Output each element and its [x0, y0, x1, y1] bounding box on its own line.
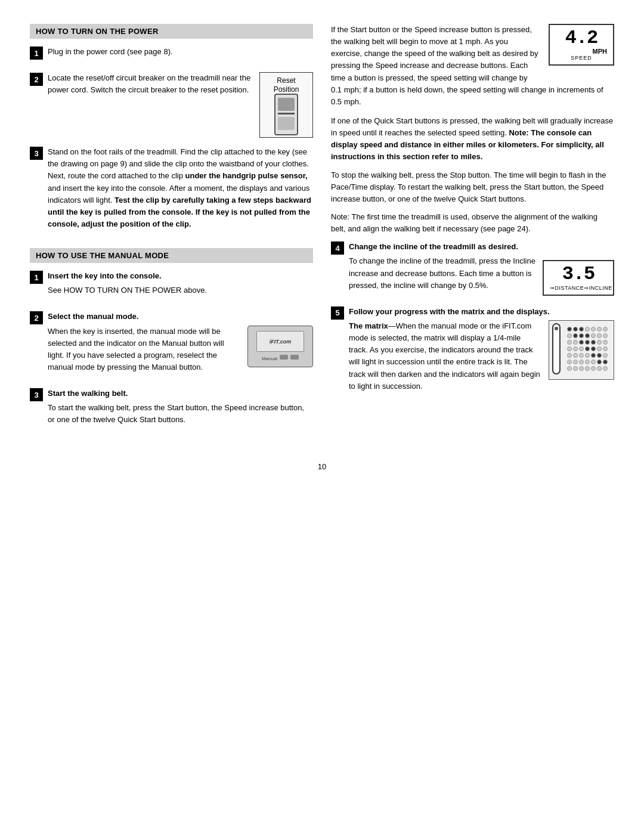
matrix-dots: [563, 327, 611, 371]
right-step5: 5 Follow your progress with the matrix a…: [331, 306, 614, 398]
right-para4: Note: The first time the treadmill is us…: [331, 211, 614, 235]
speed-display: 4.2 MPH SPEED: [549, 24, 614, 66]
incline-footer: ⇒ DISTANCE ⇒ INCLINE: [550, 285, 607, 291]
matrix-diagram: [549, 320, 614, 380]
manual-step-number-3: 3: [30, 388, 43, 401]
step4-text: To change the incline of the treadmill, …: [349, 255, 535, 297]
console-diagram: iFIT.com Manual: [247, 326, 313, 367]
step1-text: Plug in the power cord (see page 8).: [48, 46, 313, 58]
step1-content: Plug in the power cord (see page 8).: [48, 46, 313, 64]
manual-step3-content: Start the walking belt. To start the wal…: [48, 388, 313, 432]
dot-row: [563, 340, 611, 345]
section-manual-header: HOW TO USE THE MANUAL MODE: [30, 248, 313, 263]
incline-display: 3.5 ⇒ DISTANCE ⇒ INCLINE: [543, 260, 614, 296]
step5-text: The matrix—When the manual mode or the i…: [349, 320, 541, 398]
incline-value: 3.5: [550, 265, 607, 284]
power-step2: 2 Locate the reset/off circuit breaker o…: [30, 72, 313, 138]
speed-label: SPEED: [556, 55, 607, 61]
dot-row: [563, 353, 611, 358]
step5-content: Follow your progress with the matrix and…: [349, 306, 614, 398]
manual-step2-text: When the key is inserted, the manual mod…: [48, 326, 240, 380]
right-para3: To stop the walking belt, press the Stop…: [331, 169, 614, 205]
manual-step1-content: Insert the key into the console. See HOW…: [48, 270, 313, 302]
step2-content: Locate the reset/off circuit breaker on …: [48, 72, 313, 138]
step-number-3: 3: [30, 147, 43, 160]
section-manual: HOW TO USE THE MANUAL MODE 1 Insert the …: [30, 248, 313, 432]
incline-display-box: 3.5 ⇒ DISTANCE ⇒ INCLINE: [543, 255, 614, 296]
manual-step2-content: Select the manual mode. When the key is …: [48, 311, 313, 379]
step-number-2: 2: [30, 73, 43, 86]
power-step1: 1 Plug in the power cord (see page 8).: [30, 46, 313, 64]
step5-with-image: The matrix—When the manual mode or the i…: [349, 320, 614, 398]
dot-row: [563, 327, 611, 332]
dot-row: [563, 360, 611, 364]
speed-value: 4.2: [556, 29, 607, 48]
right-column: 4.2 MPH SPEED If the Start button or the…: [331, 24, 614, 444]
step3-content: Stand on the foot rails of the treadmill…: [48, 146, 313, 236]
dot-row: [563, 366, 611, 371]
page-number: 10: [30, 462, 614, 471]
reset-switch-diagram: Reset Position: [259, 72, 313, 138]
manual-step-number-1: 1: [30, 271, 43, 284]
right-step4: 4 Change the incline of the treadmill as…: [331, 241, 614, 298]
console-btn: [290, 355, 299, 360]
step-number-1: 1: [30, 47, 43, 60]
console-btn: [280, 355, 288, 360]
manual-step2: 2 Select the manual mode. When the key i…: [30, 311, 313, 379]
power-step3: 3 Stand on the foot rails of the treadmi…: [30, 146, 313, 236]
right-para1-section: 4.2 MPH SPEED If the Start button or the…: [331, 24, 614, 108]
reset-label: Reset Position: [274, 76, 299, 94]
right-para2: If one of the Quick Start buttons is pre…: [331, 115, 614, 163]
left-column: HOW TO TURN ON THE POWER 1 Plug in the p…: [30, 24, 313, 444]
page-content: HOW TO TURN ON THE POWER 1 Plug in the p…: [30, 24, 614, 444]
step2-with-image: Locate the reset/off circuit breaker on …: [48, 72, 313, 138]
speed-display-box: 4.2 MPH SPEED: [549, 24, 614, 70]
section-power-header: HOW TO TURN ON THE POWER: [30, 24, 313, 39]
manual-step1: 1 Insert the key into the console. See H…: [30, 270, 313, 302]
reset-position-image: Reset Position: [259, 72, 313, 138]
step4-with-image: To change the incline of the treadmill, …: [349, 255, 614, 297]
dot-row: [563, 346, 611, 351]
matrix-image: [549, 320, 614, 380]
section-power: HOW TO TURN ON THE POWER 1 Plug in the p…: [30, 24, 313, 236]
console-button-row: Manual: [262, 355, 299, 361]
step4-content: Change the incline of the treadmill as d…: [349, 241, 614, 298]
dot-row: [563, 333, 611, 338]
console-screen: iFIT.com: [256, 331, 304, 352]
step2-text: Locate the reset/off circuit breaker on …: [48, 72, 252, 102]
manual-step3: 3 Start the walking belt. To start the w…: [30, 388, 313, 432]
step-number-5: 5: [331, 306, 344, 320]
manual-step-number-2: 2: [30, 311, 43, 324]
step-number-4: 4: [331, 241, 344, 255]
console-image: iFIT.com Manual: [247, 326, 313, 367]
step2-manual-with-image: When the key is inserted, the manual mod…: [48, 326, 313, 380]
